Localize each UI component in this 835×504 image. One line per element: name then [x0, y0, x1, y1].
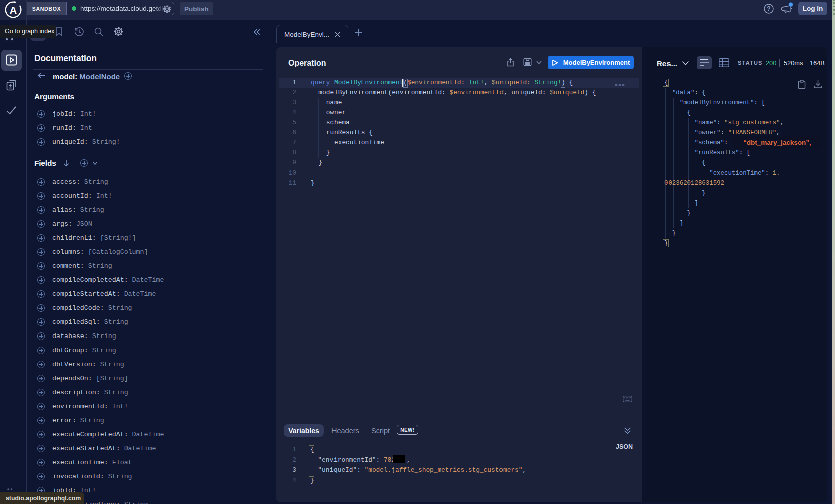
- svg-text:?: ?: [767, 5, 770, 12]
- svg-text:A: A: [10, 5, 17, 16]
